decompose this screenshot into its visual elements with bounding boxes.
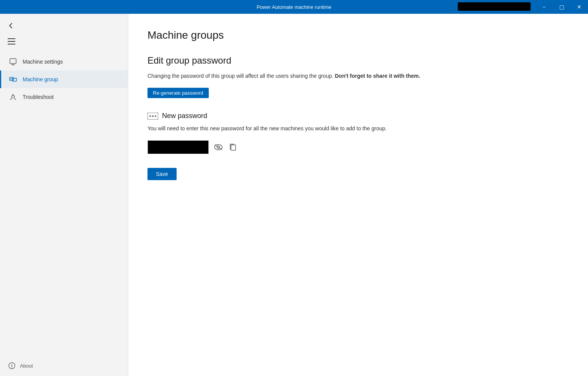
svg-rect-2: [8, 44, 15, 44]
machine-settings-label: Machine settings: [23, 59, 63, 65]
titlebar-title: Power Automate machine runtime: [257, 4, 331, 10]
toggle-password-visibility-button[interactable]: [213, 143, 224, 152]
password-field[interactable]: [147, 140, 209, 154]
troubleshoot-icon: [9, 93, 17, 101]
machine-group-icon: [9, 75, 17, 84]
new-password-header: New password: [147, 112, 569, 120]
hamburger-button[interactable]: [0, 34, 128, 49]
titlebar-redacted: [458, 2, 531, 11]
description-text: Changing the password of this group will…: [147, 72, 569, 80]
main-content: Machine groups Edit group password Chang…: [128, 14, 588, 376]
password-dots-icon: [147, 113, 158, 120]
troubleshoot-label: Troubleshoot: [23, 94, 54, 100]
svg-point-17: [155, 115, 156, 117]
save-button[interactable]: Save: [147, 168, 177, 180]
section-title: Edit group password: [147, 55, 569, 66]
maximize-button[interactable]: ▢: [553, 0, 570, 14]
about-button[interactable]: About: [0, 355, 128, 376]
back-icon: [8, 22, 15, 29]
description-normal: Changing the password of this group will…: [147, 73, 333, 79]
sidebar-item-machine-group[interactable]: Machine group: [0, 71, 128, 88]
close-button[interactable]: ✕: [570, 0, 588, 14]
description-bold: Don't forget to share it with them.: [335, 73, 420, 79]
svg-point-13: [11, 364, 12, 365]
password-description: You will need to enter this new password…: [147, 125, 569, 133]
machine-settings-icon: [9, 57, 17, 66]
titlebar-controls: − ▢ ✕: [535, 0, 588, 14]
page-title: Machine groups: [147, 29, 569, 41]
sidebar: Machine settings Machine group: [0, 14, 128, 376]
regenerate-password-button[interactable]: Re-generate password: [147, 88, 209, 98]
svg-point-15: [149, 115, 151, 117]
machine-group-label: Machine group: [23, 76, 58, 82]
hamburger-icon: [8, 38, 15, 44]
svg-rect-1: [8, 41, 15, 42]
sidebar-item-machine-settings[interactable]: Machine settings: [0, 53, 128, 71]
sidebar-item-troubleshoot[interactable]: Troubleshoot: [0, 88, 128, 106]
about-icon: [8, 361, 16, 370]
back-button[interactable]: [0, 18, 128, 34]
titlebar: Power Automate machine runtime − ▢ ✕: [0, 0, 588, 14]
password-row: [147, 140, 569, 154]
copy-icon: [229, 143, 236, 151]
minimize-button[interactable]: −: [535, 0, 553, 14]
app-body: Machine settings Machine group: [0, 14, 588, 376]
svg-rect-3: [10, 59, 16, 64]
new-password-title: New password: [162, 112, 207, 120]
sidebar-nav: Machine settings Machine group: [0, 53, 128, 355]
svg-point-16: [152, 115, 154, 117]
svg-point-10: [13, 94, 14, 95]
copy-password-button[interactable]: [228, 142, 238, 153]
svg-rect-0: [8, 38, 15, 39]
svg-rect-21: [231, 145, 236, 150]
about-label: About: [20, 363, 33, 369]
eye-icon: [214, 144, 223, 150]
